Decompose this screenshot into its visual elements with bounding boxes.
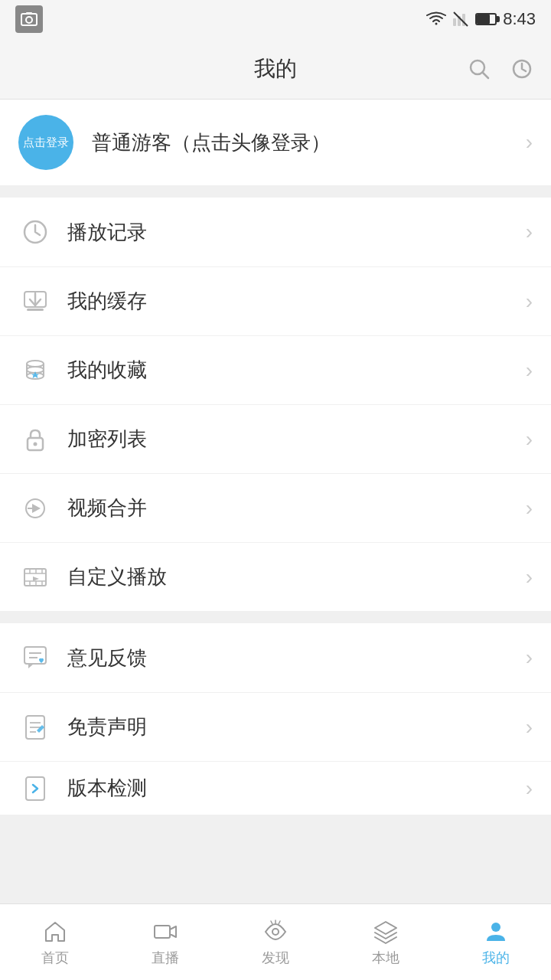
menu-item-encrypted-list[interactable]: 加密列表 › bbox=[0, 404, 551, 473]
history-button[interactable] bbox=[508, 55, 536, 83]
svg-point-1 bbox=[26, 17, 32, 23]
nav-label: 本地 bbox=[372, 949, 399, 967]
status-right: 8:43 bbox=[426, 9, 536, 29]
avatar: 点击登录 bbox=[18, 115, 73, 170]
nav-item-home[interactable]: 首页 bbox=[0, 904, 110, 980]
menu-label: 我的缓存 bbox=[67, 288, 526, 315]
header-actions bbox=[465, 55, 536, 83]
menu-label: 自定义播放 bbox=[67, 564, 526, 590]
user-icon bbox=[482, 918, 510, 946]
chevron-icon: › bbox=[526, 565, 533, 590]
app-header: 我的 bbox=[0, 38, 551, 100]
database-star-icon bbox=[18, 354, 52, 387]
menu-group-1: 播放记录 › 我的缓存 › bbox=[0, 198, 551, 611]
status-bar: 8:43 bbox=[0, 0, 551, 38]
menu-label: 加密列表 bbox=[67, 426, 526, 452]
menu-label: 免责声明 bbox=[67, 714, 526, 740]
clock-icon bbox=[18, 215, 52, 249]
svg-point-45 bbox=[272, 929, 279, 935]
chevron-icon: › bbox=[526, 776, 533, 801]
menu-label: 播放记录 bbox=[67, 219, 526, 246]
svg-marker-49 bbox=[375, 922, 396, 934]
nav-label: 发现 bbox=[262, 949, 289, 967]
svg-point-21 bbox=[34, 442, 37, 446]
download-icon bbox=[18, 285, 52, 318]
menu-item-video-merge[interactable]: 视频合并 › bbox=[0, 473, 551, 542]
feedback-icon bbox=[18, 641, 52, 675]
svg-rect-25 bbox=[24, 569, 46, 586]
home-icon bbox=[41, 918, 69, 946]
version-icon bbox=[18, 772, 52, 805]
layers-icon bbox=[372, 918, 399, 946]
menu-label: 视频合并 bbox=[67, 495, 526, 521]
menu-item-version-check[interactable]: 版本检测 › bbox=[0, 761, 551, 815]
svg-line-46 bbox=[271, 921, 272, 924]
svg-line-48 bbox=[279, 921, 280, 924]
menu-label: 版本检测 bbox=[67, 775, 526, 802]
menu-item-my-favorites[interactable]: 我的收藏 › bbox=[0, 335, 551, 404]
profile-section: 点击登录 普通游客（点击头像登录） › bbox=[0, 100, 551, 185]
film-icon bbox=[18, 560, 52, 594]
chevron-icon: › bbox=[526, 427, 533, 452]
nav-item-mine[interactable]: 我的 bbox=[441, 904, 551, 980]
chevron-icon: › bbox=[526, 220, 533, 244]
svg-marker-34 bbox=[33, 577, 39, 581]
merge-icon bbox=[18, 492, 52, 525]
nav-item-local[interactable]: 本地 bbox=[331, 904, 441, 980]
profile-name: 普通游客（点击头像登录） bbox=[92, 129, 526, 156]
chevron-icon: › bbox=[526, 289, 533, 314]
menu-item-play-history[interactable]: 播放记录 › bbox=[0, 198, 551, 266]
menu-item-disclaimer[interactable]: 免责声明 › bbox=[0, 692, 551, 761]
profile-chevron-icon: › bbox=[526, 130, 533, 155]
status-time: 8:43 bbox=[503, 9, 536, 29]
profile-row[interactable]: 点击登录 普通游客（点击头像登录） › bbox=[0, 100, 551, 185]
svg-point-50 bbox=[491, 923, 500, 932]
nav-item-discover[interactable]: 发现 bbox=[220, 904, 331, 980]
search-button[interactable] bbox=[465, 55, 493, 83]
svg-rect-43 bbox=[155, 926, 170, 938]
disclaimer-icon bbox=[18, 710, 52, 744]
nav-label: 首页 bbox=[41, 949, 69, 967]
eye-icon bbox=[262, 918, 289, 946]
chevron-icon: › bbox=[526, 645, 533, 670]
nav-label: 我的 bbox=[482, 949, 510, 967]
chevron-icon: › bbox=[526, 358, 533, 383]
menu-item-custom-play[interactable]: 自定义播放 › bbox=[0, 542, 551, 611]
chevron-icon: › bbox=[526, 715, 533, 740]
chevron-icon: › bbox=[526, 496, 533, 521]
svg-rect-3 bbox=[453, 18, 456, 26]
svg-rect-42 bbox=[26, 777, 44, 800]
svg-line-8 bbox=[483, 72, 489, 78]
menu-item-my-cache[interactable]: 我的缓存 › bbox=[0, 266, 551, 335]
menu-label: 意见反馈 bbox=[67, 645, 526, 671]
status-left bbox=[15, 5, 43, 33]
video-icon bbox=[152, 918, 179, 946]
svg-marker-23 bbox=[32, 504, 41, 513]
nav-label: 直播 bbox=[152, 949, 179, 967]
svg-rect-2 bbox=[26, 12, 32, 15]
svg-marker-44 bbox=[170, 926, 176, 937]
menu-label: 我的收藏 bbox=[67, 357, 526, 384]
photo-icon bbox=[15, 5, 43, 33]
wifi-icon bbox=[426, 11, 446, 27]
content: 点击登录 普通游客（点击头像登录） › 播放记录 › bbox=[0, 100, 551, 891]
svg-rect-11 bbox=[27, 309, 44, 311]
page-title: 我的 bbox=[254, 54, 297, 83]
menu-item-feedback[interactable]: 意见反馈 › bbox=[0, 623, 551, 692]
signal-icon bbox=[452, 11, 469, 28]
lock-icon bbox=[18, 423, 52, 456]
nav-item-live[interactable]: 直播 bbox=[110, 904, 220, 980]
battery-icon bbox=[475, 13, 497, 25]
svg-point-14 bbox=[27, 361, 44, 367]
bottom-nav: 首页 直播 发现 bbox=[0, 903, 551, 980]
menu-group-2: 意见反馈 › 免责声明 › bbox=[0, 623, 551, 815]
